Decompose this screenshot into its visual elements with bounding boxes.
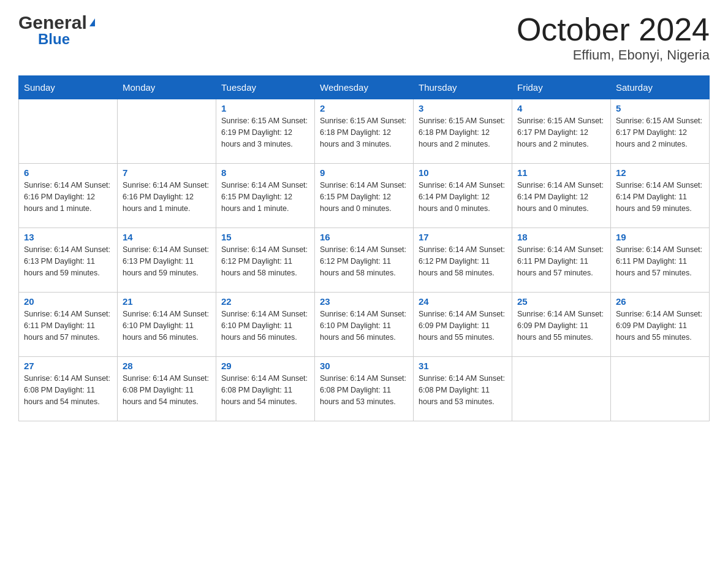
week-row-1: 1Sunrise: 6:15 AM Sunset: 6:19 PM Daylig…: [19, 99, 710, 164]
calendar-cell-w2-d3: 8Sunrise: 6:14 AM Sunset: 6:15 PM Daylig…: [216, 164, 315, 228]
day-info: Sunrise: 6:15 AM Sunset: 6:18 PM Dayligh…: [419, 115, 507, 150]
day-number: 2: [320, 103, 408, 113]
day-number: 16: [320, 232, 408, 242]
day-info: Sunrise: 6:15 AM Sunset: 6:17 PM Dayligh…: [616, 115, 704, 150]
calendar-cell-w5-d4: 30Sunrise: 6:14 AM Sunset: 6:08 PM Dayli…: [315, 357, 414, 421]
day-info: Sunrise: 6:14 AM Sunset: 6:15 PM Dayligh…: [221, 180, 309, 214]
day-number: 27: [24, 361, 112, 371]
day-info: Sunrise: 6:14 AM Sunset: 6:12 PM Dayligh…: [221, 244, 309, 278]
day-number: 5: [616, 103, 704, 113]
calendar-cell-w4-d2: 21Sunrise: 6:14 AM Sunset: 6:10 PM Dayli…: [118, 293, 216, 357]
day-number: 24: [419, 296, 507, 307]
day-number: 7: [123, 167, 211, 178]
calendar-cell-w4-d5: 24Sunrise: 6:14 AM Sunset: 6:09 PM Dayli…: [414, 293, 512, 357]
day-info: Sunrise: 6:14 AM Sunset: 6:08 PM Dayligh…: [419, 373, 507, 407]
calendar-cell-w2-d4: 9Sunrise: 6:14 AM Sunset: 6:15 PM Daylig…: [315, 164, 414, 228]
logo-triangle-icon: [89, 18, 95, 26]
calendar-cell-w3-d7: 19Sunrise: 6:14 AM Sunset: 6:11 PM Dayli…: [611, 228, 710, 293]
day-info: Sunrise: 6:14 AM Sunset: 6:14 PM Dayligh…: [419, 180, 507, 214]
day-number: 26: [616, 296, 704, 307]
calendar-cell-w5-d1: 27Sunrise: 6:14 AM Sunset: 6:08 PM Dayli…: [19, 357, 118, 421]
calendar-cell-w1-d3: 1Sunrise: 6:15 AM Sunset: 6:19 PM Daylig…: [216, 99, 315, 164]
calendar-cell-w5-d3: 29Sunrise: 6:14 AM Sunset: 6:08 PM Dayli…: [216, 357, 315, 421]
calendar-cell-w3-d2: 14Sunrise: 6:14 AM Sunset: 6:13 PM Dayli…: [118, 228, 216, 293]
day-number: 30: [320, 361, 408, 371]
day-info: Sunrise: 6:15 AM Sunset: 6:18 PM Dayligh…: [320, 115, 408, 150]
day-info: Sunrise: 6:15 AM Sunset: 6:17 PM Dayligh…: [517, 115, 605, 150]
calendar-cell-w4-d4: 23Sunrise: 6:14 AM Sunset: 6:10 PM Dayli…: [315, 293, 414, 357]
day-info: Sunrise: 6:14 AM Sunset: 6:11 PM Dayligh…: [517, 244, 605, 278]
calendar-cell-w2-d5: 10Sunrise: 6:14 AM Sunset: 6:14 PM Dayli…: [414, 164, 512, 228]
day-number: 23: [320, 296, 408, 307]
day-info: Sunrise: 6:14 AM Sunset: 6:08 PM Dayligh…: [24, 373, 112, 407]
calendar-cell-w3-d6: 18Sunrise: 6:14 AM Sunset: 6:11 PM Dayli…: [512, 228, 611, 293]
calendar-cell-w1-d2: [118, 99, 216, 164]
day-number: 12: [616, 167, 704, 178]
col-thursday: Thursday: [414, 76, 512, 99]
day-number: 19: [616, 232, 704, 242]
day-info: Sunrise: 6:14 AM Sunset: 6:08 PM Dayligh…: [320, 373, 408, 407]
day-info: Sunrise: 6:14 AM Sunset: 6:11 PM Dayligh…: [24, 308, 112, 343]
month-title: October 2024: [517, 12, 710, 47]
calendar-cell-w4-d7: 26Sunrise: 6:14 AM Sunset: 6:09 PM Dayli…: [611, 293, 710, 357]
calendar-cell-w3-d4: 16Sunrise: 6:14 AM Sunset: 6:12 PM Dayli…: [315, 228, 414, 293]
calendar-cell-w1-d7: 5Sunrise: 6:15 AM Sunset: 6:17 PM Daylig…: [611, 99, 710, 164]
calendar-cell-w3-d1: 13Sunrise: 6:14 AM Sunset: 6:13 PM Dayli…: [19, 228, 118, 293]
day-number: 1: [221, 103, 309, 113]
day-info: Sunrise: 6:14 AM Sunset: 6:09 PM Dayligh…: [616, 308, 704, 343]
col-sunday: Sunday: [19, 76, 118, 99]
calendar-cell-w1-d4: 2Sunrise: 6:15 AM Sunset: 6:18 PM Daylig…: [315, 99, 414, 164]
day-number: 21: [123, 296, 211, 307]
day-info: Sunrise: 6:14 AM Sunset: 6:12 PM Dayligh…: [320, 244, 408, 278]
day-number: 20: [24, 296, 112, 307]
day-number: 25: [517, 296, 605, 307]
day-number: 29: [221, 361, 309, 371]
calendar-cell-w1-d5: 3Sunrise: 6:15 AM Sunset: 6:18 PM Daylig…: [414, 99, 512, 164]
calendar-cell-w5-d5: 31Sunrise: 6:14 AM Sunset: 6:08 PM Dayli…: [414, 357, 512, 421]
day-info: Sunrise: 6:14 AM Sunset: 6:11 PM Dayligh…: [616, 244, 704, 278]
day-number: 14: [123, 232, 211, 242]
day-info: Sunrise: 6:14 AM Sunset: 6:14 PM Dayligh…: [616, 180, 704, 214]
calendar-cell-w2-d2: 7Sunrise: 6:14 AM Sunset: 6:16 PM Daylig…: [118, 164, 216, 228]
calendar-cell-w5-d7: [611, 357, 710, 421]
day-number: 18: [517, 232, 605, 242]
day-number: 6: [24, 167, 112, 178]
day-number: 17: [419, 232, 507, 242]
calendar-cell-w5-d6: [512, 357, 611, 421]
day-number: 13: [24, 232, 112, 242]
calendar-cell-w2-d6: 11Sunrise: 6:14 AM Sunset: 6:14 PM Dayli…: [512, 164, 611, 228]
week-row-4: 20Sunrise: 6:14 AM Sunset: 6:11 PM Dayli…: [19, 293, 710, 357]
day-info: Sunrise: 6:14 AM Sunset: 6:08 PM Dayligh…: [221, 373, 309, 407]
week-row-2: 6Sunrise: 6:14 AM Sunset: 6:16 PM Daylig…: [19, 164, 710, 228]
day-info: Sunrise: 6:15 AM Sunset: 6:19 PM Dayligh…: [221, 115, 309, 150]
logo-blue-text: Blue: [38, 31, 70, 48]
day-number: 11: [517, 167, 605, 178]
col-monday: Monday: [118, 76, 216, 99]
day-number: 15: [221, 232, 309, 242]
calendar-header-row: Sunday Monday Tuesday Wednesday Thursday…: [19, 76, 710, 99]
day-number: 10: [419, 167, 507, 178]
day-info: Sunrise: 6:14 AM Sunset: 6:12 PM Dayligh…: [419, 244, 507, 278]
page-header: General Blue October 2024 Effium, Ebonyi…: [18, 12, 710, 63]
location-title: Effium, Ebonyi, Nigeria: [517, 47, 710, 63]
calendar-cell-w3-d3: 15Sunrise: 6:14 AM Sunset: 6:12 PM Dayli…: [216, 228, 315, 293]
day-info: Sunrise: 6:14 AM Sunset: 6:09 PM Dayligh…: [419, 308, 507, 343]
calendar-cell-w2-d1: 6Sunrise: 6:14 AM Sunset: 6:16 PM Daylig…: [19, 164, 118, 228]
calendar-cell-w3-d5: 17Sunrise: 6:14 AM Sunset: 6:12 PM Dayli…: [414, 228, 512, 293]
day-info: Sunrise: 6:14 AM Sunset: 6:08 PM Dayligh…: [123, 373, 211, 407]
calendar-cell-w4-d6: 25Sunrise: 6:14 AM Sunset: 6:09 PM Dayli…: [512, 293, 611, 357]
calendar-table: Sunday Monday Tuesday Wednesday Thursday…: [18, 75, 710, 421]
col-saturday: Saturday: [611, 76, 710, 99]
day-info: Sunrise: 6:14 AM Sunset: 6:15 PM Dayligh…: [320, 180, 408, 214]
calendar-cell-w1-d1: [19, 99, 118, 164]
logo: General Blue: [18, 12, 95, 48]
week-row-5: 27Sunrise: 6:14 AM Sunset: 6:08 PM Dayli…: [19, 357, 710, 421]
day-info: Sunrise: 6:14 AM Sunset: 6:16 PM Dayligh…: [24, 180, 112, 214]
col-wednesday: Wednesday: [315, 76, 414, 99]
calendar-cell-w4-d3: 22Sunrise: 6:14 AM Sunset: 6:10 PM Dayli…: [216, 293, 315, 357]
day-number: 31: [419, 361, 507, 371]
calendar-cell-w5-d2: 28Sunrise: 6:14 AM Sunset: 6:08 PM Dayli…: [118, 357, 216, 421]
day-number: 4: [517, 103, 605, 113]
day-info: Sunrise: 6:14 AM Sunset: 6:09 PM Dayligh…: [517, 308, 605, 343]
day-info: Sunrise: 6:14 AM Sunset: 6:13 PM Dayligh…: [24, 244, 112, 278]
